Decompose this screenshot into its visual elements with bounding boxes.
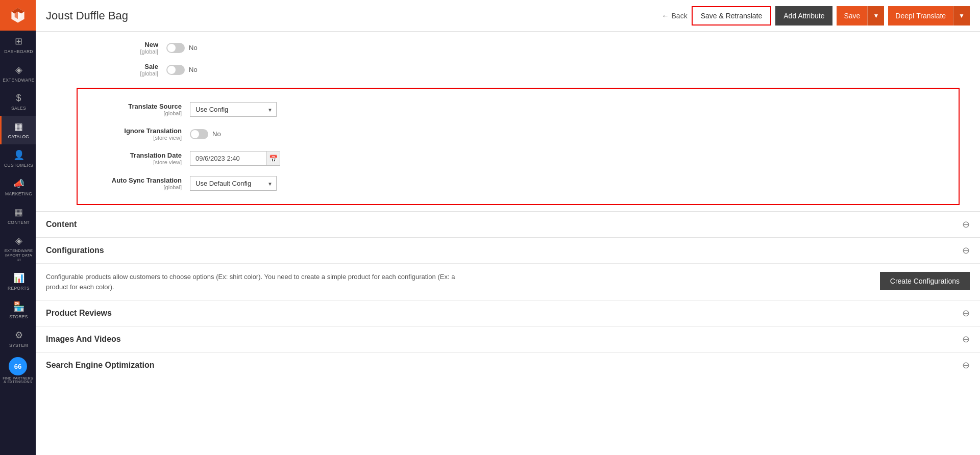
create-configurations-button[interactable]: Create Configurations <box>880 272 970 290</box>
sales-icon: $ <box>16 93 21 104</box>
configurations-section-header[interactable]: Configurations ⊖ <box>36 237 980 263</box>
header-left: Joust Duffle Bag <box>46 9 128 22</box>
translate-section: Translate Source [global] Use Config Def… <box>77 88 960 205</box>
sidebar-item-label: MARKETING <box>5 191 32 196</box>
translate-source-select-wrapper: Use Config Default English German <box>190 102 277 117</box>
content-section-title: Content <box>46 220 77 229</box>
save-split-button: Save ▼ <box>837 6 884 26</box>
sale-toggle-value: No <box>189 66 198 73</box>
translate-source-select[interactable]: Use Config Default English German <box>190 102 277 117</box>
sidebar-item-content[interactable]: ▦ CONTENT <box>0 201 36 230</box>
sidebar-item-label: CUSTOMERS <box>4 163 33 168</box>
calendar-icon[interactable]: 📅 <box>266 151 280 166</box>
partners-badge: 66 <box>9 357 27 375</box>
stores-icon: 🏪 <box>13 301 24 312</box>
sidebar-item-extendware[interactable]: ◈ EXTENDWARE <box>0 59 36 88</box>
translation-date-row: Translation Date [store view] 📅 <box>90 146 946 171</box>
sidebar-item-label: FIND PARTNERS & EXTENSIONS <box>3 376 33 384</box>
sidebar-item-extendware-import[interactable]: ◈ EXTENDWARE IMPORT DATA UI <box>0 230 36 267</box>
configurations-chevron-icon: ⊖ <box>962 245 970 256</box>
ignore-translation-value: No <box>212 130 221 138</box>
save-dropdown-button[interactable]: ▼ <box>867 6 884 26</box>
configurations-body: Configurable products allow customers to… <box>36 263 980 300</box>
marketing-icon: 📣 <box>13 178 24 189</box>
back-arrow-icon: ← <box>662 12 669 20</box>
reports-icon: 📊 <box>13 272 24 284</box>
new-toggle-label: New [global] <box>77 41 158 55</box>
product-reviews-section-title: Product Reviews <box>46 309 112 318</box>
toggle-new-row: New [global] No <box>77 37 960 59</box>
images-videos-section-title: Images And Videos <box>46 335 121 344</box>
sale-toggle-label: Sale [global] <box>77 63 158 77</box>
translation-date-input[interactable] <box>190 151 266 166</box>
content-section-header[interactable]: Content ⊖ <box>36 211 980 237</box>
sidebar-item-dashboard[interactable]: ⊞ DASHBOARD <box>0 31 36 59</box>
back-button[interactable]: ← Back <box>662 12 688 20</box>
sidebar-logo[interactable] <box>0 0 36 31</box>
auto-sync-select[interactable]: Use Default Config Yes No <box>190 176 277 191</box>
config-description: Configurable products allow customers to… <box>46 272 464 292</box>
ignore-translation-toggle[interactable] <box>190 129 208 139</box>
seo-section-header[interactable]: Search Engine Optimization ⊖ <box>36 352 980 378</box>
seo-section-title: Search Engine Optimization <box>46 361 154 370</box>
sidebar-item-label: SYSTEM <box>9 343 28 348</box>
images-videos-chevron-icon: ⊖ <box>962 334 970 345</box>
images-videos-section-header[interactable]: Images And Videos ⊖ <box>36 326 980 352</box>
product-reviews-section-header[interactable]: Product Reviews ⊖ <box>36 300 980 326</box>
sidebar-item-label: REPORTS <box>8 286 30 291</box>
new-toggle[interactable] <box>166 43 185 53</box>
sidebar-item-label: DASHBOARD <box>4 49 33 54</box>
sidebar-item-label: CONTENT <box>8 220 30 225</box>
seo-chevron-icon: ⊖ <box>962 360 970 371</box>
main-wrapper: Joust Duffle Bag ← Back Save & Retransla… <box>36 0 980 455</box>
header-actions: ← Back Save & Retranslate Add Attribute … <box>662 6 970 26</box>
sidebar-item-label: EXTENDWARE IMPORT DATA UI <box>4 248 33 262</box>
content-chevron-icon: ⊖ <box>962 219 970 230</box>
new-toggle-value: No <box>189 44 198 52</box>
sidebar-item-label: STORES <box>9 314 28 319</box>
toggles-section: New [global] No Sale [global] No <box>36 32 980 86</box>
sidebar-item-find-partners[interactable]: 66 FIND PARTNERS & EXTENSIONS <box>0 353 36 388</box>
deepl-split-button: DeepI Translate ▼ <box>888 6 970 26</box>
sidebar-item-sales[interactable]: $ SALES <box>0 88 36 116</box>
back-label: Back <box>672 12 688 20</box>
sidebar-item-label: CATALOG <box>8 134 29 139</box>
auto-sync-label: Auto Sync Translation [global] <box>90 176 182 190</box>
auto-sync-row: Auto Sync Translation [global] Use Defau… <box>90 171 946 196</box>
sidebar-item-customers[interactable]: 👤 CUSTOMERS <box>0 144 36 173</box>
translate-source-label: Translate Source [global] <box>90 103 182 116</box>
sidebar-item-stores[interactable]: 🏪 STORES <box>0 296 36 324</box>
save-retranslate-button[interactable]: Save & Retranslate <box>692 6 772 26</box>
auto-sync-select-wrapper: Use Default Config Yes No <box>190 176 277 191</box>
sidebar-item-catalog[interactable]: ▦ CATALOG <box>0 116 36 144</box>
deepl-translate-button[interactable]: DeepI Translate <box>888 6 953 26</box>
sidebar-item-system[interactable]: ⚙ SYSTEM <box>0 324 36 353</box>
deepl-dropdown-button[interactable]: ▼ <box>953 6 970 26</box>
translation-date-label: Translation Date [store view] <box>90 151 182 165</box>
save-button[interactable]: Save <box>837 6 867 26</box>
add-attribute-button[interactable]: Add Attribute <box>775 6 832 26</box>
catalog-icon: ▦ <box>14 121 23 132</box>
sidebar-item-marketing[interactable]: 📣 MARKETING <box>0 173 36 201</box>
system-icon: ⚙ <box>15 330 23 341</box>
dashboard-icon: ⊞ <box>15 36 22 47</box>
toggle-sale-row: Sale [global] No <box>77 59 960 81</box>
sale-toggle[interactable] <box>166 65 185 75</box>
extendware-import-icon: ◈ <box>15 235 22 246</box>
content-icon: ▦ <box>14 207 23 218</box>
page-title: Joust Duffle Bag <box>46 9 128 22</box>
sidebar-item-label: SALES <box>11 106 26 111</box>
sidebar: ⊞ DASHBOARD ◈ EXTENDWARE $ SALES ▦ CATAL… <box>0 0 36 455</box>
translate-source-row: Translate Source [global] Use Config Def… <box>90 97 946 122</box>
extendware-icon: ◈ <box>15 64 22 75</box>
sidebar-item-label: EXTENDWARE <box>3 78 35 83</box>
content-area: New [global] No Sale [global] No Transl <box>36 32 980 455</box>
ignore-translation-label: Ignore Translation [store view] <box>90 127 182 141</box>
configurations-section-title: Configurations <box>46 246 104 255</box>
customers-icon: 👤 <box>13 149 24 161</box>
sidebar-item-reports[interactable]: 📊 REPORTS <box>0 267 36 296</box>
product-reviews-chevron-icon: ⊖ <box>962 308 970 319</box>
top-header: Joust Duffle Bag ← Back Save & Retransla… <box>36 0 980 32</box>
ignore-translation-row: Ignore Translation [store view] No <box>90 122 946 146</box>
